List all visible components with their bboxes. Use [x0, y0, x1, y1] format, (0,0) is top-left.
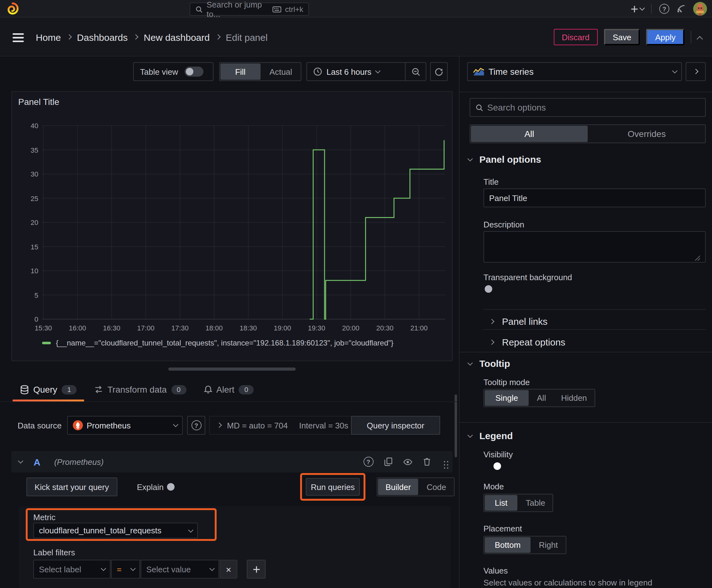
help-icon[interactable]: ?	[659, 4, 669, 14]
prometheus-icon	[73, 420, 83, 430]
builder-option[interactable]: Builder	[378, 479, 418, 495]
add-new-button[interactable]	[630, 5, 644, 13]
fill-option[interactable]: Fill	[220, 63, 260, 80]
select-label-dropdown[interactable]: Select label	[33, 560, 110, 579]
resize-corner-icon	[695, 256, 700, 261]
global-search-input[interactable]: Search or jump to... ctrl+k	[190, 2, 309, 16]
tooltip-mode-label: Tooltip mode	[483, 378, 530, 387]
datasource-help-button[interactable]: ?	[187, 416, 205, 435]
code-option[interactable]: Code	[419, 478, 454, 496]
chevron-down-icon	[375, 68, 380, 73]
repeat-options-section[interactable]: Repeat options	[490, 337, 565, 348]
panel-options-header[interactable]: Panel options	[468, 154, 541, 165]
tab-transform-data[interactable]: Transform data 0	[85, 378, 195, 401]
data-source-picker[interactable]: Prometheus	[67, 416, 183, 435]
legend-values-hint: Select values or calculations to show in…	[483, 578, 652, 587]
tab-transform-count: 0	[171, 385, 186, 394]
chevron-right-icon[interactable]	[217, 423, 222, 428]
add-filter-button[interactable]	[247, 560, 265, 579]
legend-mode-switch: List Table	[483, 494, 554, 512]
panel-description-textarea[interactable]	[483, 231, 706, 262]
search-placeholder: Search or jump to...	[207, 0, 269, 19]
table-view-label: Table view	[140, 67, 178, 76]
trash-icon[interactable]	[423, 457, 430, 466]
grafana-logo-icon[interactable]	[6, 2, 19, 16]
query-row-header[interactable]: A (Prometheus) ?	[11, 451, 453, 472]
chevron-down-icon	[672, 68, 677, 73]
options-tab-all[interactable]: All	[471, 126, 588, 142]
query-help-icon[interactable]: ?	[363, 457, 373, 467]
left-scrollbar[interactable]	[455, 395, 457, 457]
collapse-query-icon[interactable]	[18, 458, 23, 463]
actual-option[interactable]: Actual	[261, 63, 301, 80]
visualization-picker[interactable]: Time series	[467, 62, 682, 81]
zoom-out-icon[interactable]	[406, 63, 426, 80]
remove-filter-button[interactable]: ×	[220, 560, 237, 579]
time-range-label: Last 6 hours	[326, 67, 371, 76]
query-ref-id[interactable]: A	[34, 456, 41, 467]
chevron-down-icon	[468, 156, 473, 161]
pane-divider	[459, 57, 459, 588]
time-series-chart[interactable]	[12, 92, 453, 362]
refresh-button[interactable]	[430, 62, 448, 81]
chevron-down-icon	[640, 5, 645, 10]
options-tab-overrides[interactable]: Overrides	[588, 125, 705, 143]
duplicate-icon[interactable]	[384, 457, 392, 466]
save-button[interactable]: Save	[604, 29, 640, 45]
legend-placement-right[interactable]: Right	[531, 537, 565, 553]
series-line	[310, 140, 444, 319]
panel-links-section[interactable]: Panel links	[490, 316, 547, 327]
legend-placement-bottom[interactable]: Bottom	[485, 537, 531, 553]
select-label-placeholder: Select label	[39, 564, 98, 574]
discard-button[interactable]: Discard	[554, 29, 598, 45]
tab-alert-count: 0	[239, 385, 254, 394]
tab-transform-label: Transform data	[107, 384, 167, 395]
tooltip-mode-all[interactable]: All	[529, 390, 554, 406]
tab-query[interactable]: Query 1	[11, 378, 85, 401]
resize-handle[interactable]	[168, 368, 296, 371]
time-range-picker[interactable]: Last 6 hours	[307, 63, 405, 80]
query-inspector-button[interactable]: Query inspector	[351, 416, 440, 435]
menu-icon[interactable]	[13, 33, 24, 42]
kick-start-query-button[interactable]: Kick start your query	[26, 478, 117, 496]
table-view-control: Table view	[133, 62, 214, 81]
tooltip-header: Tooltip	[479, 358, 510, 369]
chart-legend[interactable]: {__name__="cloudflared_tunnel_total_requ…	[42, 339, 393, 348]
legend-values-label: Values	[483, 566, 508, 575]
operator-dropdown[interactable]: =	[111, 560, 140, 579]
viz-suggestions-button[interactable]	[686, 62, 706, 81]
metric-select[interactable]: cloudflared_tunnel_total_requests	[33, 523, 198, 538]
legend-mode-table[interactable]: Table	[518, 495, 553, 511]
collapse-header-icon[interactable]	[697, 36, 703, 42]
legend-section-header[interactable]: Legend	[468, 430, 513, 441]
tab-alert[interactable]: Alert 0	[195, 378, 263, 401]
legend-mode-list[interactable]: List	[485, 495, 517, 511]
news-icon[interactable]	[677, 4, 686, 13]
breadcrumb-dashboards[interactable]: Dashboards	[77, 32, 128, 42]
breadcrumb-new-dashboard[interactable]: New dashboard	[144, 32, 210, 42]
time-series-viz-icon	[473, 67, 485, 76]
explain-label: Explain	[137, 482, 164, 492]
bell-icon	[204, 385, 212, 394]
run-queries-button[interactable]: Run queries	[306, 478, 360, 496]
panel-title-input[interactable]	[483, 188, 706, 207]
chevron-right-icon	[489, 319, 494, 324]
options-search-input[interactable]: Search options	[470, 98, 706, 117]
query-datasource-hint: (Prometheus)	[54, 457, 104, 466]
breadcrumb-home[interactable]: Home	[36, 32, 61, 42]
breadcrumb-separator-icon	[215, 35, 220, 40]
select-value-dropdown[interactable]: Select value	[141, 560, 219, 579]
avatar[interactable]	[693, 2, 707, 16]
breadcrumb-edit-panel: Edit panel	[226, 32, 267, 42]
apply-button[interactable]: Apply	[646, 29, 684, 45]
table-view-toggle[interactable]	[184, 67, 203, 77]
drag-handle-icon[interactable]	[444, 461, 445, 463]
tooltip-mode-single[interactable]: Single	[485, 390, 528, 406]
legend-mode-label: Mode	[483, 482, 504, 491]
tooltip-section-header[interactable]: Tooltip	[468, 358, 510, 369]
search-icon	[475, 103, 483, 111]
eye-icon[interactable]	[403, 458, 412, 465]
legend-series-label[interactable]: {__name__="cloudflared_tunnel_total_requ…	[56, 339, 393, 348]
tooltip-mode-hidden[interactable]: Hidden	[554, 390, 594, 406]
chevron-down-icon	[209, 566, 214, 571]
